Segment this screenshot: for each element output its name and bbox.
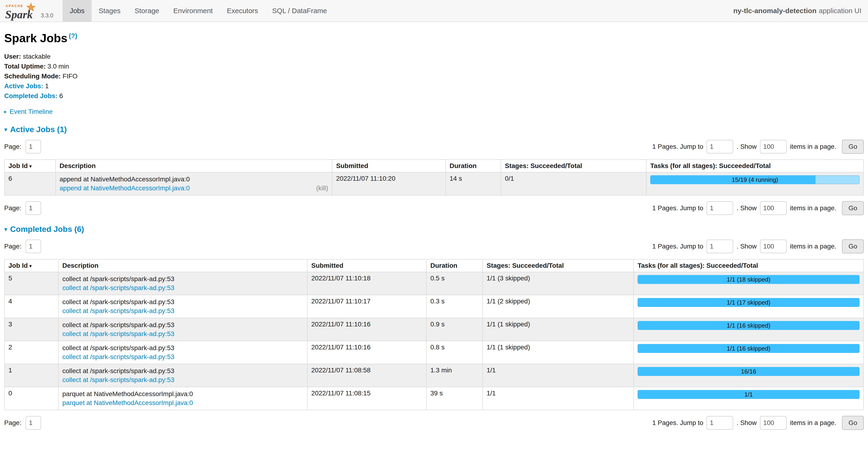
page-input[interactable] xyxy=(26,201,41,215)
items-text: items in a page. xyxy=(790,243,836,250)
go-button[interactable]: Go xyxy=(842,239,864,253)
col-header-stages[interactable]: Stages: Succeeded/Total xyxy=(483,259,633,272)
job-detail-link[interactable]: collect at /spark-scripts/spark-ad.py:53 xyxy=(62,330,175,338)
go-button[interactable]: Go xyxy=(842,416,864,430)
tab-storage[interactable]: Storage xyxy=(127,0,166,22)
progress-label: 1/1 (18 skipped) xyxy=(638,275,860,284)
completed-jobs-title: Completed Jobs (6) xyxy=(10,225,84,234)
col-header-job-id[interactable]: Job Id▾ xyxy=(4,160,56,172)
job-id-cell: 0 xyxy=(4,387,58,410)
main-content: Spark Jobs(?) User: stackable Total Upti… xyxy=(0,22,868,439)
col-header-description[interactable]: Description xyxy=(58,259,307,272)
page-label: Page: xyxy=(4,419,21,427)
svg-text:APACHE: APACHE xyxy=(6,4,24,8)
col-header-stages[interactable]: Stages: Succeeded/Total xyxy=(501,160,646,172)
job-id-cell: 1 xyxy=(4,364,58,387)
tab-stages[interactable]: Stages xyxy=(92,0,127,22)
show-items-input[interactable] xyxy=(760,140,787,153)
active-jobs-link[interactable]: Active Jobs: xyxy=(4,82,43,90)
completed-jobs-link[interactable]: Completed Jobs: xyxy=(4,92,57,99)
page-title: Spark Jobs(?) xyxy=(4,31,864,45)
job-detail-link[interactable]: collect at /spark-scripts/spark-ad.py:53 xyxy=(62,375,175,385)
go-button[interactable]: Go xyxy=(842,140,864,154)
progress-label: 1/1 (16 skipped) xyxy=(638,321,860,330)
col-header-duration[interactable]: Duration xyxy=(426,259,483,272)
col-header-tasks[interactable]: Tasks (for all stages): Succeeded/Total xyxy=(633,259,864,272)
stages-cell: 0/1 xyxy=(501,172,646,195)
col-header-submitted[interactable]: Submitted xyxy=(307,259,426,272)
show-items-input[interactable] xyxy=(760,201,787,215)
active-jobs-title: Active Jobs (1) xyxy=(10,125,67,134)
page-label: Page: xyxy=(4,204,21,212)
table-row: 1 collect at /spark-scripts/spark-ad.py:… xyxy=(4,364,864,387)
tab-sql-dataframe[interactable]: SQL / DataFrame xyxy=(265,0,334,22)
caret-down-icon: ▾ xyxy=(4,126,7,133)
items-text: items in a page. xyxy=(790,143,836,150)
active-jobs-table: Job Id▾ Description Submitted Duration S… xyxy=(4,159,864,196)
progress-label: 1/1 (17 skipped) xyxy=(638,298,860,307)
help-link[interactable]: (?) xyxy=(69,32,78,39)
show-text: . Show xyxy=(737,143,757,150)
tab-environment[interactable]: Environment xyxy=(166,0,220,22)
tasks-cell: 15/19 (4 running) xyxy=(646,172,864,195)
pagination-active-bottom: Page: 1 Pages. Jump to . Show items in a… xyxy=(4,201,864,215)
table-row: 2 collect at /spark-scripts/spark-ad.py:… xyxy=(4,341,864,364)
jump-to-input[interactable] xyxy=(707,201,733,215)
submitted-cell: 2022/11/07 11:10:16 xyxy=(307,318,426,341)
pagination-completed-bottom: Page: 1 Pages. Jump to . Show items in a… xyxy=(4,416,864,430)
pages-jump-text: 1 Pages. Jump to xyxy=(652,204,703,212)
show-items-input[interactable] xyxy=(760,239,787,253)
pages-jump-text: 1 Pages. Jump to xyxy=(652,419,703,427)
page-input[interactable] xyxy=(26,140,41,153)
kill-link[interactable]: (kill) xyxy=(316,184,328,193)
table-row: 0 parquet at NativeMethodAccessorImpl.ja… xyxy=(4,387,864,410)
description-cell: collect at /spark-scripts/spark-ad.py:53… xyxy=(58,295,307,318)
tasks-progress-bar: 16/16 xyxy=(638,367,860,376)
job-detail-link[interactable]: collect at /spark-scripts/spark-ad.py:53 xyxy=(62,307,175,315)
col-header-duration[interactable]: Duration xyxy=(445,160,501,172)
tab-jobs[interactable]: Jobs xyxy=(63,0,91,22)
submitted-cell: 2022/11/07 11:10:16 xyxy=(307,341,426,364)
description-cell: collect at /spark-scripts/spark-ad.py:53… xyxy=(58,318,307,341)
job-detail-link[interactable]: collect at /spark-scripts/spark-ad.py:53 xyxy=(62,283,175,292)
submitted-cell: 2022/11/07 11:08:58 xyxy=(307,364,426,387)
completed-jobs-header[interactable]: ▾ Completed Jobs (6) xyxy=(4,225,864,234)
description-cell: collect at /spark-scripts/spark-ad.py:53… xyxy=(58,272,307,295)
jump-to-input[interactable] xyxy=(707,416,733,430)
col-header-submitted[interactable]: Submitted xyxy=(332,160,445,172)
page-input[interactable] xyxy=(26,239,41,253)
pagination-active-top: Page: 1 Pages. Jump to . Show items in a… xyxy=(4,140,864,154)
tasks-progress-bar: 1/1 (16 skipped) xyxy=(638,321,860,330)
spark-logo[interactable]: APACHE Spark 3.3.0 xyxy=(5,0,55,22)
col-header-tasks[interactable]: Tasks (for all stages): Succeeded/Total xyxy=(646,160,864,172)
jump-to-input[interactable] xyxy=(707,239,733,253)
job-id-cell: 2 xyxy=(4,341,58,364)
page-input[interactable] xyxy=(26,416,41,430)
job-detail-link[interactable]: append at NativeMethodAccessorImpl.java:… xyxy=(60,184,190,193)
show-items-input[interactable] xyxy=(760,416,787,430)
summary-user: User: stackable xyxy=(4,52,864,61)
duration-cell: 0.5 s xyxy=(426,272,483,295)
nav-tabs: Jobs Stages Storage Environment Executor… xyxy=(63,0,334,22)
job-detail-link[interactable]: collect at /spark-scripts/spark-ad.py:53 xyxy=(62,352,175,361)
col-header-job-id[interactable]: Job Id▾ xyxy=(4,259,58,272)
table-row: 6 append at NativeMethodAccessorImpl.jav… xyxy=(4,172,864,195)
tasks-cell: 16/16 xyxy=(633,364,864,387)
tasks-progress-bar: 1/1 xyxy=(638,390,860,399)
summary-uptime: Total Uptime: 3.0 min xyxy=(4,61,864,71)
show-text: . Show xyxy=(737,204,757,212)
submitted-cell: 2022/11/07 11:10:20 xyxy=(332,172,445,195)
col-header-description[interactable]: Description xyxy=(56,160,332,172)
go-button[interactable]: Go xyxy=(842,201,864,215)
jump-to-input[interactable] xyxy=(707,140,733,153)
job-detail-link[interactable]: parquet at NativeMethodAccessorImpl.java… xyxy=(62,398,193,407)
active-jobs-header[interactable]: ▾ Active Jobs (1) xyxy=(4,125,864,134)
tasks-cell: 1/1 (16 skipped) xyxy=(633,341,864,364)
tab-executors[interactable]: Executors xyxy=(220,0,265,22)
stages-cell: 1/1 xyxy=(483,387,633,410)
progress-label: 1/1 xyxy=(638,390,860,399)
stages-cell: 1/1 (2 skipped) xyxy=(483,295,633,318)
stages-cell: 1/1 (1 skipped) xyxy=(483,341,633,364)
caret-down-icon: ▾ xyxy=(4,226,7,232)
event-timeline-toggle[interactable]: ▸ Event Timeline xyxy=(4,108,864,115)
